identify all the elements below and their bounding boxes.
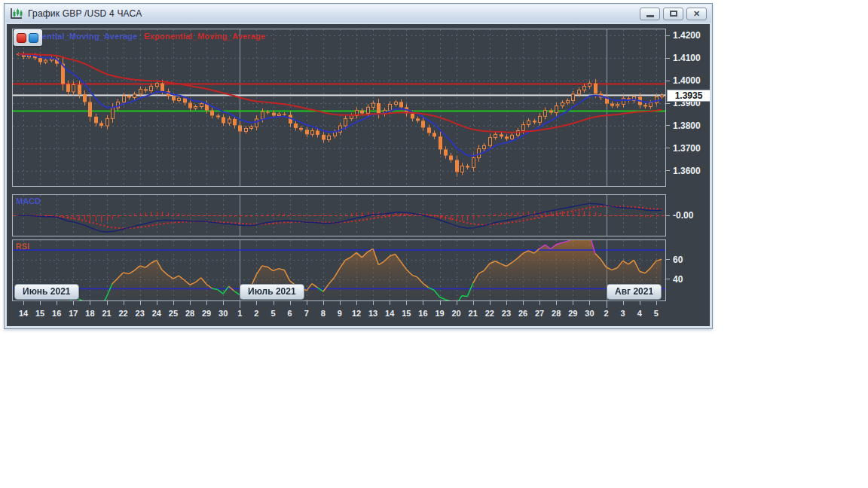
time-axis-tick [307,301,307,305]
time-axis-label: 16 [414,308,431,319]
price-axis-label: 1.3600 [673,166,701,176]
time-axis-tick [556,301,557,305]
time-axis-label: 15 [398,308,414,319]
time-axis-tick [206,301,207,305]
rsi-panel-canvas[interactable] [12,239,666,301]
price-axis-tick [666,148,670,148]
time-axis-tick [23,301,24,305]
time-axis-tick [573,301,573,305]
window-titlebar[interactable]: График GBP /USD 4 ЧАСА ✕ [5,5,711,23]
time-axis-tick [473,301,474,305]
time-axis-tick [656,301,657,305]
macd-panel-canvas[interactable] [12,194,666,236]
price-axis-label: 1.4000 [673,75,701,86]
time-axis-tick [223,301,224,305]
time-axis-label: 29 [564,308,581,319]
price-axis-label: 1.3800 [673,120,701,131]
time-axis-label: 3 [615,308,631,319]
restore-button[interactable] [663,8,683,20]
time-axis-tick [290,301,291,305]
time-axis-tick [140,301,141,305]
minimize-button[interactable] [640,8,660,20]
time-axis-label: 19 [432,308,448,319]
time-axis-label: 16 [48,308,65,319]
rsi-axis-tick [666,259,670,260]
time-axis-label: 30 [215,308,231,319]
time-axis-label: 28 [548,308,564,319]
price-chart-canvas[interactable] [12,29,666,187]
time-axis-tick [173,301,174,305]
time-axis-label: 18 [81,308,98,319]
time-axis-tick [356,301,357,305]
price-axis-tick [666,170,670,171]
restore-icon [670,11,677,17]
price-axis-label: 1.4100 [673,53,701,63]
time-axis-tick [640,301,640,305]
time-axis-label: 30 [581,308,598,319]
price-axis-tick [666,35,670,36]
time-axis-label: 26 [515,308,531,319]
time-axis-label: 14 [15,308,32,319]
time-axis-label: 5 [648,308,665,319]
time-axis-label: 28 [182,308,198,319]
time-axis-label: 5 [265,308,282,319]
time-axis-label: 29 [198,308,215,319]
time-axis-tick [190,301,191,305]
blue-indicator-button[interactable] [29,33,38,43]
time-axis-tick [107,301,108,305]
time-axis-tick [124,301,124,305]
month-badge-aug: Авг 2021 [607,284,662,300]
time-axis-label: 23 [498,308,515,319]
red-indicator-button[interactable] [17,33,26,43]
time-axis-tick [423,301,423,305]
time-axis-tick [589,301,590,305]
time-axis-tick [340,301,341,305]
time-axis-tick [406,301,407,305]
time-axis-label: 17 [65,308,81,319]
time-axis-label: 1 [231,308,248,319]
time-axis-label: 27 [531,308,548,319]
time-axis-tick [523,301,524,305]
time-axis-label: 6 [282,308,298,319]
price-axis-tick [666,103,670,104]
rsi-axis-label: 60 [673,255,683,265]
time-axis-tick [73,301,74,305]
month-badge-july: Июль 2021 [240,284,304,300]
window-title: График GBP /USD 4 ЧАСА [28,8,142,19]
time-axis-label: 21 [99,308,115,319]
current-price-tag: 1.3935 [667,90,710,102]
macd-label: MACD [16,197,41,206]
time-axis-tick [373,301,374,305]
close-icon: ✕ [693,10,700,18]
price-axis-label: 1.4200 [673,30,701,41]
rsi-label: RSI [16,242,29,251]
indicator-legend: Exponential_Moving_Average Exponential_M… [16,32,266,41]
close-button[interactable]: ✕ [686,8,707,20]
time-axis-label: 23 [132,308,148,319]
time-axis-label: 20 [448,308,465,319]
minimize-icon [646,15,654,17]
time-axis-label: 21 [465,308,481,319]
time-axis-tick [256,301,257,305]
rsi-axis-label: 40 [673,274,683,285]
month-badge-june: Июнь 2021 [14,284,79,300]
time-axis-label: 8 [315,308,332,319]
time-axis-label: 9 [332,308,348,319]
time-axis-label: 24 [148,308,165,319]
price-axis-tick [666,81,670,81]
candlestick-chart-icon [10,8,23,20]
time-axis-label: 22 [115,308,132,319]
time-axis-tick [390,301,390,305]
time-axis-tick [157,301,157,305]
time-axis-label: 7 [298,308,315,319]
time-axis-label: 2 [248,308,264,319]
time-axis-tick [323,301,324,305]
time-axis-tick [440,301,441,305]
time-axis-label: 22 [481,308,498,319]
macd-axis-tick [666,215,670,216]
indicator-buttons [14,29,42,46]
chart-client-area: Exponential_Moving_Average Exponential_M… [7,24,710,326]
rsi-axis-tick [666,279,670,279]
time-axis-tick [506,301,507,305]
price-axis-label: 1.3700 [673,143,701,154]
